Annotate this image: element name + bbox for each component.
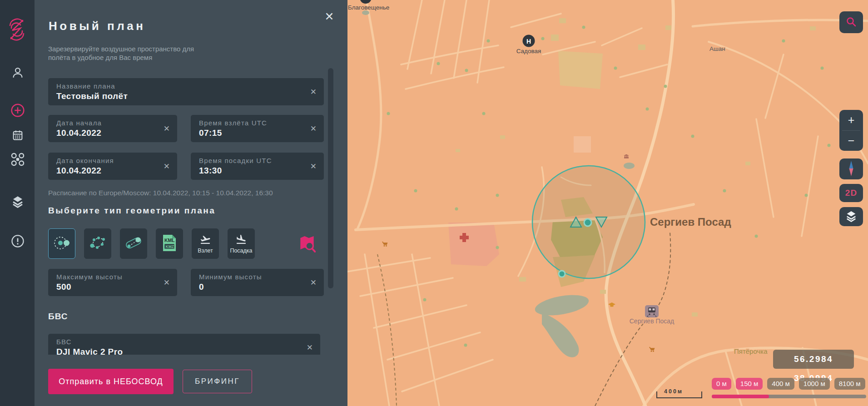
clear-icon[interactable]: ✕ (164, 278, 170, 287)
uav-value: DJI Mavic 2 Pro (56, 347, 312, 355)
takeoff-time-label: Время взлёта UTC (199, 119, 316, 127)
add-plan-icon (10, 103, 25, 119)
zoom-out-button[interactable]: − (839, 131, 863, 151)
max-altitude-field[interactable]: Максимум высоты 500 ✕ (48, 269, 177, 296)
map-search-icon (298, 247, 316, 254)
landing-time-label: Время посадки UTC (199, 157, 316, 164)
altitude-chip-1000m[interactable]: 1000 м (799, 378, 830, 390)
geometry-circle-button[interactable] (48, 228, 75, 259)
clear-icon[interactable]: ✕ (310, 87, 317, 97)
map-2d-mode-button[interactable]: 2D (839, 184, 863, 202)
clear-icon[interactable]: ✕ (307, 343, 313, 352)
uav-section-heading: БВС (48, 312, 68, 322)
landing-time-field[interactable]: Время посадки UTC 13:30 ✕ (191, 153, 324, 180)
zoom-in-button[interactable]: + (839, 110, 863, 130)
ashan-label: Ашан (709, 45, 725, 52)
altitude-chip-400m[interactable]: 400 м (767, 378, 794, 390)
geometry-takeoff-button[interactable]: Взлет (192, 228, 219, 259)
zone-center-node (584, 219, 591, 226)
geometry-kml-upload-button[interactable]: KML KMZ (156, 228, 183, 259)
svg-text:KMZ: KMZ (166, 244, 174, 248)
cursor-coordinates: 56.2984 38.0994 (773, 350, 854, 369)
briefing-button[interactable]: БРИФИНГ (183, 370, 252, 393)
start-date-field[interactable]: Дата начала 10.04.2022 ✕ (48, 115, 177, 142)
helipad-marker: H (523, 35, 535, 47)
map-layers-button[interactable] (839, 207, 863, 226)
panel-subtitle: Зарезервируйте воздушное пространство дл… (48, 45, 215, 62)
map-search-control[interactable] (839, 11, 863, 33)
new-plan-panel: ✕ Новый план Зарезервируйте воздушное пр… (35, 0, 347, 406)
sidebar-item-drones[interactable] (10, 152, 25, 168)
page-title: Новый план (49, 19, 145, 33)
sidebar-item-new-plan[interactable] (10, 103, 25, 119)
station-label: Сергиев Посад (630, 317, 675, 325)
altitude-chip-0m[interactable]: 0 м (712, 378, 731, 390)
drone-icon (10, 152, 25, 168)
start-date-label: Дата начала (56, 119, 169, 127)
uav-label: БВС (56, 338, 312, 346)
geometry-corridor-button[interactable] (120, 228, 147, 259)
kml-file-icon: KML KMZ (162, 234, 177, 254)
map-search-button[interactable] (298, 234, 316, 253)
altitude-chip-8100m[interactable]: 8100 м (834, 378, 865, 390)
alert-icon (11, 234, 25, 249)
panel-scrollbar[interactable] (328, 68, 333, 288)
pyaterochka-label: Пятёрочка (734, 347, 768, 355)
submit-to-nebosvod-button[interactable]: Отправить в НЕБОСВОД (48, 369, 174, 394)
takeoff-time-value: 07:15 (199, 128, 316, 138)
flight-zone-circle[interactable] (532, 166, 645, 278)
altitude-chip-150m[interactable]: 150 м (736, 378, 763, 390)
app-window: ✕ Новый план Зарезервируйте воздушное пр… (0, 0, 868, 406)
altitude-slider-fill (712, 395, 769, 398)
geometry-polygon-button[interactable] (84, 228, 111, 259)
zone-edge-node (559, 271, 565, 277)
clear-icon[interactable]: ✕ (164, 124, 170, 134)
altitude-slider[interactable] (712, 395, 866, 398)
circle-geometry-icon (52, 235, 71, 253)
user-icon (11, 66, 25, 81)
sidebar-item-profile[interactable] (10, 65, 25, 81)
max-altitude-value: 500 (56, 282, 169, 292)
sidebar-item-schedule[interactable] (10, 128, 25, 144)
geometry-heading: Выберите тип геометрии плана (48, 206, 215, 216)
plan-name-value: Тестовый полёт (56, 91, 316, 101)
sidebar (0, 0, 35, 406)
takeoff-label: Взлет (198, 248, 213, 254)
end-date-field[interactable]: Дата окончания 10.04.2022 ✕ (48, 153, 177, 180)
svg-text:KML: KML (164, 238, 175, 243)
search-icon (845, 16, 857, 29)
clear-icon[interactable]: ✕ (310, 162, 317, 171)
max-altitude-label: Максимум высоты (56, 273, 169, 281)
min-altitude-field[interactable]: Минимум высоты 0 ✕ (191, 269, 324, 296)
compass-button[interactable] (839, 158, 863, 179)
calendar-icon (11, 129, 24, 143)
altitude-filter: 0 м 150 м 400 м 1000 м 8100 м (712, 378, 865, 390)
clear-icon[interactable]: ✕ (164, 162, 170, 171)
schedule-note: Расписание по Europe/Moscow: 10.04.2022,… (48, 189, 273, 197)
landing-plane-icon (235, 234, 248, 247)
takeoff-plane-icon (199, 234, 212, 247)
form-scroll-area: Название плана Тестовый полёт ✕ Дата нач… (35, 68, 347, 355)
close-icon[interactable]: ✕ (322, 9, 337, 24)
train-station-icon (645, 305, 659, 317)
landing-time-value: 13:30 (199, 166, 316, 176)
landing-label: Посадка (230, 248, 252, 254)
min-altitude-label: Минимум высоты (199, 273, 316, 281)
clear-icon[interactable]: ✕ (310, 278, 317, 287)
sidebar-item-alerts[interactable] (10, 234, 25, 249)
end-date-label: Дата окончания (56, 157, 169, 164)
app-logo-icon (6, 16, 27, 43)
map-canvas[interactable]: Благовещенье H Садовая Ашан Сергиев Поса… (347, 0, 868, 406)
geometry-landing-button[interactable]: Посадка (228, 228, 255, 259)
sidebar-item-layers[interactable] (10, 194, 25, 210)
plan-name-label: Название плана (56, 82, 316, 90)
clear-icon[interactable]: ✕ (310, 124, 317, 134)
helipad-label: Садовая (516, 48, 541, 54)
corridor-geometry-icon (124, 235, 143, 253)
takeoff-time-field[interactable]: Время взлёта UTC 07:15 ✕ (191, 115, 324, 142)
min-altitude-value: 0 (199, 282, 316, 292)
map-scale-bar (656, 391, 702, 398)
uav-field[interactable]: БВС DJI Mavic 2 Pro ✕ (48, 334, 320, 355)
plan-name-field[interactable]: Название плана Тестовый полёт ✕ (48, 78, 324, 105)
compass-needle-icon (847, 160, 855, 178)
